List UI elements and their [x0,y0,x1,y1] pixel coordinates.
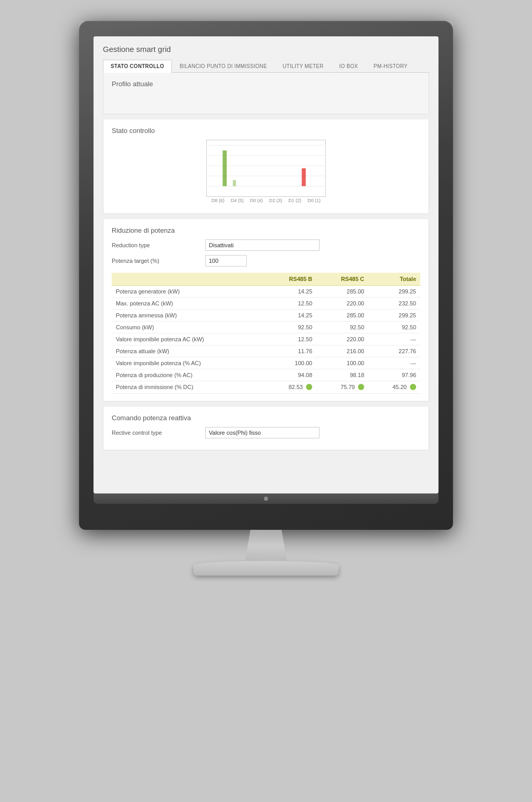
row-tot: 45.20 [364,384,416,391]
table-row: Valore imponibile potenza (% AC) 100.00 … [112,357,420,369]
row-label: Valore imponibile potenza (% AC) [116,360,260,366]
monitor-bezel: Gestione smart grid STATO CONTROLLO BILA… [79,21,453,530]
table-row: Potenza attuale (kW) 11.76 216.00 227.76 [112,345,420,357]
row-c: 220.00 [312,336,364,342]
row-c: 92.50 [312,324,364,330]
row-tot: 299.25 [364,288,416,295]
row-b: 12.50 [260,300,312,306]
monitor-stand-neck [240,530,292,561]
monitor: Gestione smart grid STATO CONTROLLO BILA… [79,21,453,576]
monitor-bottom-bar [94,493,438,504]
monitor-logo [264,497,268,501]
svg-rect-5 [223,151,227,186]
rective-control-row: Rective control type [112,427,420,438]
row-label: Max. potenza AC (kW) [116,300,260,306]
badge-c[interactable] [358,384,364,390]
row-tot: 232.50 [364,300,416,306]
tab-utility-meter[interactable]: UTILITY METER [275,60,331,72]
table-row: Consumo (kW) 92.50 92.50 92.50 [112,322,420,333]
svg-rect-7 [233,180,236,186]
row-c: 285.00 [312,312,364,318]
row-label: Potenza ammessa (kW) [116,312,260,318]
potenza-target-row: Potenza target (%) [112,255,420,266]
row-tot: --- [364,336,416,342]
row-label: Potenza di produzione (% AC) [116,372,260,378]
row-c: 285.00 [312,288,364,295]
comando-title: Comando potenza reattiva [112,414,420,422]
stato-section: Stato controllo [103,119,429,214]
potenza-target-label: Potenza target (%) [112,258,205,264]
row-b: 14.25 [260,288,312,295]
chart-labels: D8 (6) D4 (5) D0 (4) D2 (3) D1 (2) D0 (1… [206,197,326,204]
profilo-section: Profilo attuale [103,73,429,114]
chart-svg [207,140,325,196]
row-b: 12.50 [260,336,312,342]
row-b: 94.08 [260,372,312,378]
tab-stato-controllo[interactable]: STATO CONTROLLO [103,60,172,73]
table-row: Valore imponibile potenza AC (kW) 12.50 … [112,333,420,345]
chart-label-0: D8 (6) [211,198,224,203]
chart-label-3: D2 (3) [269,198,282,203]
row-c: 98.18 [312,372,364,378]
stato-title: Stato controllo [112,127,420,135]
chart-container: D8 (6) D4 (5) D0 (4) D2 (3) D1 (2) D0 (1… [112,140,420,204]
tabs-bar: STATO CONTROLLO BILANCIO PUNTO DI IMMISS… [103,60,429,73]
row-b: 11.76 [260,348,312,354]
chart-label-4: D1 (2) [288,198,301,203]
row-label: Valore imponibile potenza AC (kW) [116,336,260,342]
tab-io-box[interactable]: IO BOX [331,60,366,72]
row-b: 82.53 [260,384,312,391]
row-tot: 92.50 [364,324,416,330]
reduction-type-label: Reduction type [112,242,205,248]
row-label: Consumo (kW) [116,324,260,330]
riduzione-title: Riduzione di potenza [112,226,420,234]
chart-label-5: D0 (1) [308,198,321,203]
row-b: 100.00 [260,360,312,366]
row-label: Potenza generatore (kW) [116,288,260,295]
reduction-type-input[interactable] [205,239,320,251]
reduction-type-row: Reduction type [112,239,420,251]
app-container: Gestione smart grid STATO CONTROLLO BILA… [94,36,438,493]
chart-label-2: D0 (4) [250,198,263,203]
tab-bilancio[interactable]: BILANCIO PUNTO DI IMMISSIONE [172,60,275,72]
row-label: Potenza attuale (kW) [116,348,260,354]
row-b: 14.25 [260,312,312,318]
potenza-target-input[interactable] [205,255,247,266]
profilo-title: Profilo attuale [112,80,420,88]
col-header-tot: Totale [364,276,416,282]
rective-control-label: Rective control type [112,430,205,436]
row-tot: 299.25 [364,312,416,318]
table-header: RS485 B RS485 C Totale [112,273,420,286]
row-b: 92.50 [260,324,312,330]
svg-rect-6 [302,168,306,186]
tab-pm-history[interactable]: PM-HISTORY [366,60,415,72]
power-table: RS485 B RS485 C Totale Potenza generator… [112,273,420,394]
row-tot: 97.96 [364,372,416,378]
comando-section: Comando potenza reattiva Rective control… [103,407,429,450]
page-title: Gestione smart grid [103,45,429,54]
table-row-badges: Potenza di immissione (% DC) 82.53 75.79… [112,381,420,394]
row-tot: 227.76 [364,348,416,354]
row-tot: --- [364,360,416,366]
col-header-label [116,276,260,282]
col-header-c: RS485 C [312,276,364,282]
chart-box [206,140,326,197]
chart-label-1: D4 (5) [231,198,244,203]
table-row: Potenza di produzione (% AC) 94.08 98.18… [112,369,420,381]
row-label: Potenza di immissione (% DC) [116,384,260,391]
badge-tot[interactable] [410,384,416,390]
table-row: Max. potenza AC (kW) 12.50 220.00 232.50 [112,298,420,310]
row-c: 100.00 [312,360,364,366]
row-c: 220.00 [312,300,364,306]
row-c: 216.00 [312,348,364,354]
riduzione-section: Riduzione di potenza Reduction type Pote… [103,219,429,402]
monitor-screen: Gestione smart grid STATO CONTROLLO BILA… [94,36,438,493]
badge-b[interactable] [306,384,312,390]
table-row: Potenza generatore (kW) 14.25 285.00 299… [112,286,420,298]
table-row: Potenza ammessa (kW) 14.25 285.00 299.25 [112,310,420,322]
col-header-b: RS485 B [260,276,312,282]
rective-control-input[interactable] [205,427,320,438]
monitor-stand-base [193,561,339,576]
row-c: 75.79 [312,384,364,391]
